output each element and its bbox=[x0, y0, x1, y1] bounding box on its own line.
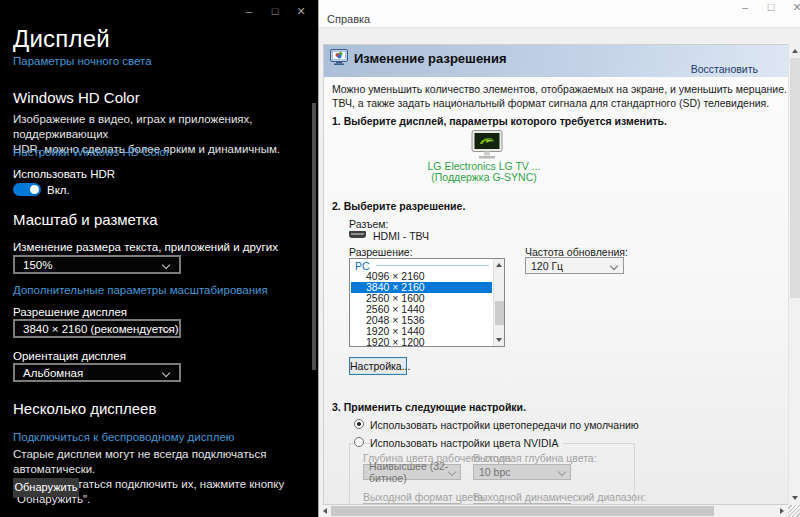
chevron-down-icon bbox=[162, 261, 170, 269]
step3-heading: 3. Применить следующие настройки. bbox=[332, 401, 526, 413]
scroll-up-icon[interactable] bbox=[792, 49, 798, 53]
chevron-down-icon bbox=[162, 369, 170, 377]
page-vertical-scrollbar[interactable] bbox=[788, 44, 800, 505]
page-title: Дисплей bbox=[13, 25, 110, 53]
titlebar bbox=[319, 0, 800, 28]
nvidia-control-panel-window: – □ ✕ Справка Изменение разрешения Восст… bbox=[318, 0, 800, 517]
display-settings-icon bbox=[330, 49, 348, 65]
listbox-scrollbar[interactable] bbox=[493, 259, 504, 346]
orientation-label: Ориентация дисплея bbox=[13, 350, 126, 362]
refresh-rate-dropdown[interactable]: 120 Гц bbox=[525, 257, 624, 274]
orientation-dropdown[interactable]: Альбомная bbox=[13, 363, 181, 382]
resolution-listbox[interactable]: PC 4096 × 2160 3840 × 2160 2560 × 1600 2… bbox=[349, 258, 505, 347]
maximize-icon[interactable]: □ bbox=[761, 0, 781, 15]
scale-dropdown[interactable]: 150% bbox=[13, 255, 181, 274]
scroll-down-icon[interactable] bbox=[496, 338, 502, 342]
resolution-option[interactable]: 1920 × 1200 bbox=[351, 337, 492, 347]
hd-color-heading: Windows HD Color bbox=[13, 89, 140, 106]
toggle-knob bbox=[30, 185, 39, 194]
radio-default-color[interactable] bbox=[354, 419, 364, 429]
customize-button[interactable]: Настройка... bbox=[349, 357, 407, 375]
chevron-down-icon bbox=[610, 262, 618, 270]
nvidia-color-groupbox: Глубина цвета рабочего стола: Выходная г… bbox=[349, 443, 635, 505]
connector-value: HDMI - ТВЧ bbox=[373, 230, 429, 242]
wireless-display-link[interactable]: Подключиться к беспроводному дисплею bbox=[13, 431, 234, 443]
resolution-dropdown[interactable]: 3840 × 2160 (рекомендуется) bbox=[13, 319, 181, 338]
advanced-scaling-link[interactable]: Дополнительные параметры масштабирования bbox=[13, 284, 268, 296]
chevron-down-icon bbox=[558, 468, 566, 476]
display-name-label[interactable]: LG Electronics LG TV ... (Поддержка G-SY… bbox=[404, 161, 564, 183]
page-header-band: Изменение разрешения Восстановить bbox=[324, 45, 797, 77]
multiple-displays-note: Старые дисплеи могут не всегда подключат… bbox=[13, 447, 318, 507]
connector-label: Разъем: bbox=[349, 218, 389, 230]
scale-layout-heading: Масштаб и разметка bbox=[13, 211, 158, 228]
scroll-right-icon[interactable] bbox=[780, 508, 784, 514]
output-range-label: Выходной динамический диапазон: bbox=[473, 491, 646, 503]
resize-grip[interactable] bbox=[788, 505, 800, 517]
scrollbar-thumb[interactable] bbox=[790, 58, 800, 298]
output-format-label: Выходной формат цвета: bbox=[363, 491, 486, 503]
page-horizontal-scrollbar[interactable] bbox=[319, 505, 788, 517]
scrollbar-thumb[interactable] bbox=[331, 506, 714, 516]
step2-heading: 2. Выберите разрешение. bbox=[332, 200, 465, 212]
night-light-link[interactable]: Параметры ночного света bbox=[13, 55, 152, 67]
resolution-list-label: Разрешение: bbox=[349, 246, 413, 258]
restore-button[interactable]: Восстановить bbox=[691, 63, 758, 75]
page-title: Изменение разрешения bbox=[354, 51, 507, 66]
settings-scrollbar[interactable] bbox=[312, 103, 316, 370]
toggle-state-label: Вкл. bbox=[47, 184, 70, 196]
scroll-left-icon[interactable] bbox=[323, 508, 327, 514]
hd-color-settings-link[interactable]: Настройки Windows HD Color bbox=[13, 146, 170, 158]
radio-default-color-label: Использовать настройки цветопередачи по … bbox=[370, 419, 639, 431]
close-icon[interactable]: ✕ bbox=[787, 0, 800, 15]
minimize-icon[interactable]: – bbox=[735, 0, 755, 15]
change-resolution-page: Изменение разрешения Восстановить Можно … bbox=[323, 44, 797, 505]
output-depth-dropdown: 10 bpc bbox=[473, 464, 571, 480]
hdmi-connector-icon bbox=[349, 231, 366, 238]
radio-nvidia-color[interactable] bbox=[354, 437, 364, 447]
close-icon[interactable]: ✕ bbox=[290, 3, 312, 19]
output-depth-label: Выходная глубина цвета: bbox=[473, 452, 597, 464]
radio-nvidia-color-label: Использовать настройки цвета NVIDIA bbox=[370, 437, 563, 449]
desktop-depth-dropdown: Наивысшее (32-битное) bbox=[363, 464, 461, 480]
settings-window: – □ ✕ Дисплей Параметры ночного света Wi… bbox=[0, 0, 318, 517]
page-description: Можно уменьшить количество элементов, от… bbox=[332, 82, 797, 110]
resolution-label: Разрешение дисплея bbox=[13, 306, 127, 318]
detect-button[interactable]: Обнаружить bbox=[13, 478, 79, 497]
menu-help[interactable]: Справка bbox=[323, 12, 374, 26]
display-monitor-icon[interactable] bbox=[470, 130, 504, 160]
hdr-toggle[interactable] bbox=[13, 183, 41, 196]
minimize-icon[interactable]: – bbox=[238, 3, 260, 19]
scroll-down-icon[interactable] bbox=[792, 496, 798, 500]
scroll-up-icon[interactable] bbox=[496, 263, 502, 267]
use-hdr-label: Использовать HDR bbox=[13, 168, 115, 180]
step1-heading: 1. Выберите дисплей, параметры которого … bbox=[332, 115, 667, 127]
scrollbar-thumb[interactable] bbox=[495, 301, 504, 325]
multiple-displays-heading: Несколько дисплеев bbox=[13, 400, 156, 417]
maximize-icon[interactable]: □ bbox=[264, 3, 286, 19]
